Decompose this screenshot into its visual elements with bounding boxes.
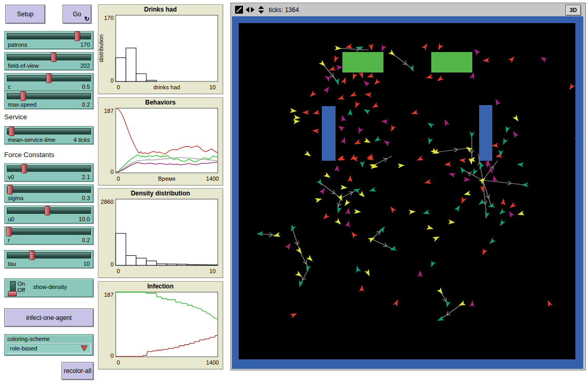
slider-value: 0.2 (82, 237, 90, 243)
slider-track[interactable] (7, 33, 91, 39)
slider-handle[interactable] (21, 91, 26, 101)
chooser-value-box[interactable]: role-based (7, 343, 91, 354)
world-agents-layer (239, 23, 575, 359)
slider-label: u0 (8, 216, 14, 222)
svg-text:distribution: distribution (98, 34, 104, 62)
slider-label: r (8, 237, 10, 243)
slider-value: 2.1 (82, 174, 90, 180)
svg-text:Время: Время (158, 175, 175, 182)
world-frame (232, 16, 583, 369)
behaviors-chart: 187001400Время (98, 98, 221, 184)
dropdown-triangle-icon (80, 345, 88, 351)
plot-drinks-had: 1700010drinks haddistribution Drinks had (98, 4, 223, 94)
slider-mean-service-time[interactable]: mean-service-time4 ticks (4, 126, 94, 144)
infection-chart: 187001400 (98, 282, 221, 368)
infect-button-label: infect-one-agent (26, 314, 72, 322)
slider-handle[interactable] (46, 74, 52, 83)
switch-name-label: show-density (33, 284, 67, 290)
svg-text:2860: 2860 (101, 199, 114, 205)
slider-tau[interactable]: tau10 (4, 250, 94, 268)
plot-title: Density distribution (98, 190, 222, 197)
svg-text:1400: 1400 (206, 175, 219, 182)
slider-handle[interactable] (8, 127, 14, 136)
slider-track[interactable] (7, 208, 91, 214)
chooser-value: role-based (10, 345, 37, 351)
recolor-button-label: recolor-all (64, 367, 92, 375)
recolor-all-button[interactable]: recolor-all (62, 362, 94, 380)
view-3d-button[interactable]: 3D (565, 5, 581, 16)
slider-label: tau (8, 261, 16, 267)
slider-track[interactable] (7, 128, 91, 134)
slider-value: 0.5 (82, 84, 90, 90)
vertical-resize-icon (257, 6, 265, 14)
slider-track[interactable] (7, 252, 91, 258)
slider-label: field-of-view (8, 63, 39, 69)
horizontal-resize-icon (246, 6, 255, 14)
slider-handle[interactable] (29, 251, 35, 260)
slider-track[interactable] (7, 75, 91, 81)
slider-track[interactable] (7, 93, 91, 99)
svg-text:0: 0 (117, 84, 120, 90)
plot-behaviors: 187001400Время Behaviors (98, 97, 223, 185)
slider-value: 0.2 (82, 101, 90, 108)
svg-text:170: 170 (104, 15, 114, 21)
slider-label: c (8, 84, 11, 90)
slider-label: sigma (8, 195, 23, 201)
svg-text:0: 0 (110, 169, 114, 175)
world-canvas[interactable] (239, 23, 575, 359)
ticks-counter: ticks: 1364 (269, 6, 299, 14)
slider-u0[interactable]: u010.0 (4, 205, 94, 224)
slider-value: 202 (80, 63, 90, 69)
coloring-scheme-chooser[interactable]: coloring-scheme role-based (4, 334, 94, 356)
slider-track[interactable] (7, 229, 91, 235)
chooser-label: coloring-scheme (7, 336, 50, 342)
slider-label: max-speed (8, 101, 36, 108)
slider-value: 10.0 (79, 216, 90, 222)
forever-icon: ↻ (84, 15, 89, 23)
svg-text:1400: 1400 (206, 359, 219, 366)
setup-button[interactable]: Setup (5, 5, 45, 24)
plot-title: Behaviors (98, 99, 222, 106)
go-button-label: Go (73, 11, 81, 18)
slider-handle[interactable] (51, 53, 57, 62)
slider-sigma[interactable]: sigma0.3 (4, 184, 94, 203)
plot-density-distribution: 28600010 Density distribution (98, 188, 223, 278)
plot-title: Infection (98, 283, 222, 290)
slider-track[interactable] (7, 54, 91, 60)
section-service: Service (4, 113, 27, 121)
slider-label: v0 (8, 174, 14, 180)
slider-field-of-view[interactable]: field-of-view202 (4, 52, 94, 70)
show-density-switch[interactable]: On Off show-density (4, 278, 94, 297)
slider-value: 170 (80, 42, 90, 48)
slider-handle[interactable] (6, 227, 12, 236)
switch-handle[interactable] (8, 291, 17, 296)
slider-track[interactable] (7, 165, 91, 172)
slider-v0[interactable]: v02.1 (4, 163, 94, 182)
slider-max-speed[interactable]: max-speed0.2 (4, 91, 94, 109)
setup-button-label: Setup (17, 11, 33, 18)
switch-off-label: Off (17, 287, 25, 293)
slider-value: 0.3 (82, 195, 90, 201)
plot-title: Drinks had (98, 6, 222, 13)
svg-text:187: 187 (104, 108, 114, 114)
slider-c[interactable]: c0.5 (4, 73, 94, 91)
slider-handle[interactable] (44, 206, 50, 215)
slider-handle[interactable] (21, 164, 27, 173)
svg-text:0: 0 (110, 77, 114, 84)
slider-patrons[interactable]: patrons170 (4, 31, 94, 49)
svg-text:0: 0 (117, 359, 120, 366)
svg-text:0: 0 (117, 268, 120, 274)
density-distribution-chart: 28600010 (98, 189, 221, 276)
svg-text:drinks had: drinks had (154, 84, 180, 90)
slider-handle[interactable] (74, 32, 80, 41)
svg-text:10: 10 (209, 84, 216, 90)
go-button[interactable]: Go ↻ (63, 5, 92, 24)
slider-track[interactable] (7, 187, 91, 193)
plot-infection: 187001400 Infection (98, 281, 223, 369)
slider-value: 10 (84, 261, 90, 267)
section-force-constants: Force Constants (4, 151, 54, 159)
svg-text:0: 0 (117, 175, 120, 182)
infect-one-agent-button[interactable]: infect-one-agent (4, 308, 94, 327)
slider-r[interactable]: r0.2 (4, 226, 94, 245)
slider-handle[interactable] (7, 185, 13, 194)
